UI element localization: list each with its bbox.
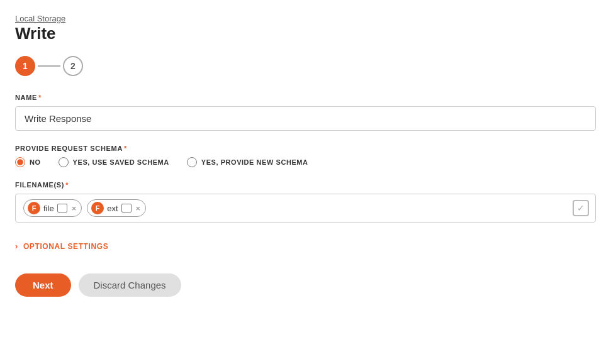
tag-box-icon-file — [57, 204, 67, 212]
step-connector — [38, 65, 60, 67]
schema-option-no[interactable]: NO — [15, 157, 41, 167]
button-row: Next Discard Changes — [15, 273, 596, 297]
schema-radio-no[interactable] — [15, 157, 25, 167]
optional-settings-label: OPTIONAL SETTINGS — [23, 242, 108, 251]
tag-name-ext: ext — [107, 204, 118, 213]
chevron-right-icon: › — [15, 241, 18, 251]
tag-f-icon-ext: F — [91, 202, 104, 214]
name-required-star: * — [38, 94, 42, 101]
tag-box-icon-ext — [121, 204, 132, 212]
next-button[interactable]: Next — [15, 273, 71, 297]
step-2: 2 — [63, 56, 83, 76]
filename-verify-icon[interactable]: ✓ — [573, 200, 589, 216]
schema-field-section: PROVIDE REQUEST SCHEMA* NO YES, USE SAVE… — [15, 145, 596, 167]
schema-option-saved[interactable]: YES, USE SAVED SCHEMA — [59, 157, 169, 167]
tag-name-file: file — [43, 204, 54, 213]
schema-radio-new[interactable] — [187, 157, 197, 167]
name-field-section: NAME* — [15, 94, 596, 131]
schema-label: PROVIDE REQUEST SCHEMA* — [15, 145, 596, 152]
page-title: Write — [15, 24, 596, 43]
stepper: 1 2 — [15, 56, 596, 76]
breadcrumb-link[interactable]: Local Storage — [15, 13, 65, 23]
tag-f-icon-file: F — [28, 202, 40, 214]
breadcrumb: Local Storage — [15, 14, 65, 23]
filename-field-section: FILENAME(S)* F file × F ext × ✓ — [15, 181, 596, 223]
filename-label: FILENAME(S)* — [15, 181, 596, 189]
discard-button[interactable]: Discard Changes — [79, 273, 181, 297]
optional-settings-toggle[interactable]: › OPTIONAL SETTINGS — [15, 236, 596, 256]
schema-radio-group: NO YES, USE SAVED SCHEMA YES, PROVIDE NE… — [15, 157, 596, 167]
name-label: NAME* — [15, 94, 596, 101]
name-input[interactable] — [15, 106, 596, 131]
filename-tag-ext[interactable]: F ext × — [87, 199, 146, 217]
filename-tag-file[interactable]: F file × — [23, 199, 82, 217]
tag-close-ext[interactable]: × — [136, 204, 141, 213]
filename-container: F file × F ext × ✓ — [15, 194, 596, 223]
filename-required-star: * — [65, 181, 69, 189]
schema-required-star: * — [124, 145, 127, 152]
schema-option-new[interactable]: YES, PROVIDE NEW SCHEMA — [187, 157, 308, 167]
tag-close-file[interactable]: × — [72, 204, 77, 213]
step-1: 1 — [15, 56, 35, 76]
schema-radio-saved[interactable] — [59, 157, 69, 167]
